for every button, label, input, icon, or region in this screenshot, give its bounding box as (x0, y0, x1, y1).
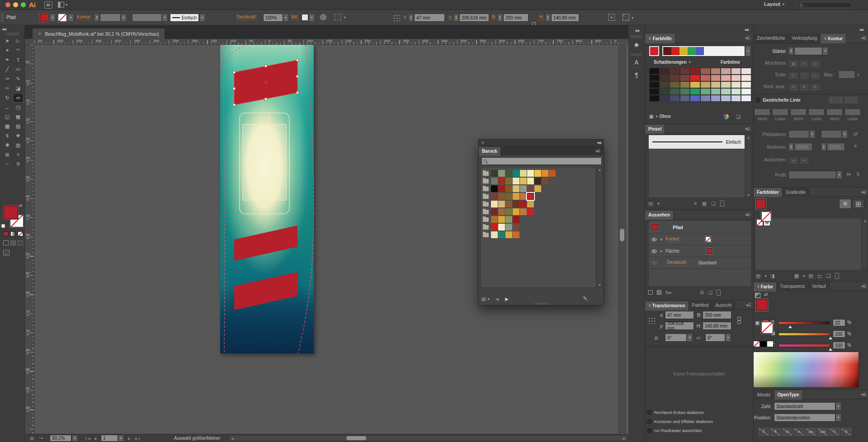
scroll-down-icon[interactable]: ▼ (747, 193, 750, 197)
color-swatch[interactable] (513, 193, 519, 200)
rotate-angle-dropdown[interactable]: ▾ (687, 334, 693, 342)
stroke-weight-dropdown[interactable]: ▾ (121, 14, 127, 22)
draw-normal-icon[interactable] (3, 240, 9, 245)
weight-stepper[interactable]: ▲▼ (788, 47, 794, 55)
artboard-tool[interactable]: ⊞ (2, 150, 13, 160)
red-stripe-bottom[interactable] (234, 272, 297, 310)
share-icon[interactable]: ↪ (39, 436, 43, 441)
zoom-level-dropdown[interactable]: ▾ (72, 435, 78, 442)
shade-cell[interactable] (690, 88, 700, 95)
color-group-folder-icon[interactable] (483, 217, 489, 222)
delete-swatch-icon[interactable] (835, 274, 839, 279)
stroke-weight-label[interactable]: Kontur: (77, 14, 91, 20)
swatches-scrollbar[interactable]: ▲ (862, 218, 868, 270)
color-swatch[interactable] (505, 201, 512, 207)
panel-menu-icon[interactable]: ▾☰ (745, 127, 750, 131)
gradient-tool[interactable]: ▨ (13, 122, 24, 131)
shade-cell[interactable] (731, 95, 741, 102)
new-color-group-icon[interactable]: 🗀 (817, 273, 822, 279)
y-field[interactable]: 208,618 mm (459, 14, 489, 22)
graphic-style-dropdown[interactable]: ▾ (309, 14, 315, 22)
visibility-eye-icon[interactable] (651, 261, 657, 265)
salign-button[interactable]: ╨ (799, 84, 809, 91)
color-button[interactable] (3, 231, 9, 236)
shade-cell[interactable] (680, 81, 690, 88)
swatch-options-icon[interactable]: ▦ (794, 273, 799, 279)
swap-arrowheads-icon[interactable]: ⇄ (854, 131, 858, 137)
color-swatch[interactable] (520, 185, 527, 192)
harmony-color[interactable] (663, 47, 671, 55)
shade-cell[interactable] (741, 81, 751, 88)
height-field[interactable]: 140,89 mm (551, 14, 579, 22)
swatch-libraries-icon[interactable]: ▤ (756, 273, 760, 279)
color-swatch[interactable] (505, 185, 512, 192)
arrowhead-end-field[interactable] (821, 130, 842, 138)
draw-behind-icon[interactable] (10, 240, 16, 245)
reference-point-grid[interactable] (392, 14, 400, 21)
channel-value-field[interactable]: 100 (833, 330, 845, 338)
shade-cell[interactable] (649, 95, 660, 102)
shade-cell[interactable] (660, 81, 670, 88)
opentype-feature-button[interactable]: A (794, 428, 804, 436)
width-field[interactable]: 200 mm (503, 14, 528, 22)
rotate-angle-field[interactable]: 0° (665, 334, 687, 342)
fill-proxy-swatch[interactable] (4, 206, 18, 219)
y-stepper[interactable]: ▲▼ (453, 14, 459, 22)
shade-cell[interactable] (721, 68, 731, 75)
color-swatch[interactable] (505, 231, 512, 238)
color-swatch[interactable] (498, 170, 505, 177)
harmony-color[interactable] (688, 47, 696, 55)
panel-menu-icon[interactable]: ▾☰ (745, 36, 750, 40)
scroll-left-icon[interactable]: ◀ (231, 437, 234, 441)
channel-slider[interactable] (778, 344, 830, 347)
glyphs-panel-icon[interactable]: A (632, 59, 641, 68)
color-swatch[interactable] (520, 170, 527, 177)
shade-cell[interactable] (660, 88, 670, 95)
color-swatch[interactable] (520, 193, 527, 200)
transparency-tab[interactable]: Transparenz (777, 282, 809, 291)
color-swatch[interactable] (491, 178, 498, 184)
shade-cell[interactable] (649, 88, 660, 95)
option-checkbox[interactable] (647, 428, 651, 433)
workspace-switcher[interactable]: Layout ▾ (764, 1, 784, 7)
color-swatch[interactable] (513, 201, 519, 207)
shade-cell[interactable] (721, 95, 731, 102)
shade-cell[interactable] (721, 81, 731, 88)
zoom-level-field[interactable]: 30,1% (50, 435, 71, 442)
grid-view-button[interactable]: ⊞ (852, 199, 864, 209)
color-fill-proxy[interactable] (756, 299, 768, 311)
transform-reference-grid[interactable] (647, 316, 655, 324)
rectangle-tool[interactable]: ▭ (13, 65, 24, 74)
zoom-window-button[interactable] (21, 2, 26, 7)
opentype-tab[interactable]: OpenType (774, 390, 803, 400)
stroke-row-label[interactable]: Kontur: (665, 236, 680, 242)
shade-cell[interactable] (670, 81, 680, 88)
farbhilfe-tab[interactable]: ⇕Farbhilfe (645, 34, 675, 43)
shade-cell[interactable] (649, 81, 660, 88)
color-swatch[interactable] (498, 216, 505, 223)
color-swatch[interactable] (542, 178, 548, 184)
width-tool[interactable]: ↔ (2, 103, 13, 112)
paragraph-tab[interactable]: Absatz (754, 390, 774, 400)
cap-button[interactable]: ▯ (810, 60, 820, 68)
panel-resize-grip[interactable] (535, 303, 548, 305)
scroll-down-icon[interactable]: ▼ (598, 283, 601, 287)
farbhilfe-harmony-bar[interactable] (662, 46, 745, 56)
gradient-button[interactable] (10, 231, 16, 236)
color-swatch[interactable] (527, 208, 534, 215)
shade-cell[interactable] (711, 75, 721, 81)
color-swatch[interactable] (491, 170, 498, 177)
visibility-eye-icon[interactable] (651, 249, 657, 253)
blob-brush-tool[interactable]: ✏ (2, 84, 13, 93)
none-quick-swatch[interactable] (753, 341, 760, 347)
first-artboard-button[interactable]: ❙◀ (85, 437, 90, 441)
scroll-right-icon[interactable]: ▶ (623, 437, 626, 441)
appearance-fill-row[interactable]: ▸ Fläche: (649, 245, 751, 257)
gradient-tab[interactable]: Verlauf (809, 282, 830, 291)
opentype-feature-button[interactable]: aa (806, 428, 816, 436)
panel-menu-icon[interactable]: ▾☰ (746, 303, 750, 307)
shade-cell[interactable] (690, 68, 700, 75)
shade-cell[interactable] (670, 88, 680, 95)
brush-options-icon[interactable]: ▦ (702, 201, 707, 207)
color-swatch[interactable] (520, 201, 527, 207)
